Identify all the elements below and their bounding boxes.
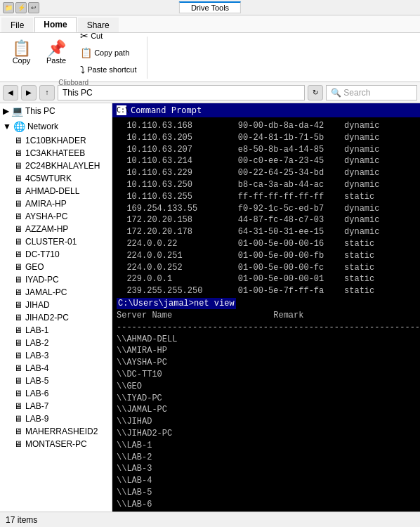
cmd-output-line: \\LAB-7 (117, 511, 416, 512)
network-computer-icon: 🖥 (14, 439, 22, 449)
copy-path-button[interactable]: 📋 Copy path (75, 45, 141, 60)
copy-button[interactable]: 📋 Copy (6, 37, 37, 68)
network-computer-icon: 🖥 (14, 212, 22, 221)
sidebar-item-lab-2[interactable]: 🖥LAB-2 (0, 337, 112, 349)
cmd-output-line: \\JIHAD (117, 416, 416, 428)
paste-button[interactable]: 📌 Paste (40, 37, 72, 68)
sidebar-item-2c24bkhalayleh[interactable]: 🖥2C24BKHALAYLEH (0, 160, 112, 172)
sidebar-item-4c5wturk[interactable]: 🖥4C5WTURK (0, 172, 112, 185)
cmd-line: 10.110.63.205 00-24-81-1b-71-5b dynamic (117, 132, 416, 144)
paste-icon: 📌 (47, 41, 66, 56)
sidebar-item-1c3akhateeb[interactable]: 🖥1C3AKHATEEB (0, 147, 112, 160)
cmd-line: 10.110.63.207 e8-50-8b-a4-14-85 dynamic (117, 144, 416, 156)
network-computer-icon: 🖥 (14, 313, 22, 323)
main-layout: ▶ 💻 This PC ▼ 🌐 Network 🖥1C10BKHADER🖥1C3… (0, 103, 420, 512)
sidebar-item-lab-9[interactable]: 🖥LAB-9 (0, 412, 112, 425)
network-computer-icon: 🖥 (14, 376, 22, 386)
cmd-body[interactable]: 10.110.63.168 90-00-db-8a-da-42 dynamic … (112, 117, 420, 512)
sidebar-item-lab-5[interactable]: 🖥LAB-5 (0, 375, 112, 387)
ribbon: File Home Share 📋 Copy 📌 Paste ✂ (0, 15, 420, 82)
network-computer-icon: 🖥 (14, 161, 22, 171)
network-computer-icon: 🖥 (14, 262, 22, 272)
sidebar-item-1c10bkhader[interactable]: 🖥1C10BKHADER (0, 134, 112, 147)
search-box[interactable]: 🔍 Search (326, 85, 417, 100)
network-computer-icon: 🖥 (14, 249, 22, 259)
this-pc-section[interactable]: ▶ 💻 This PC (0, 103, 112, 119)
sidebar-item-cluster-01[interactable]: 🖥CLUSTER-01 (0, 235, 112, 248)
cmd-output-line: \\IYAD-PC (117, 393, 416, 405)
sidebar-item-amira-hp[interactable]: 🖥AMIRA-HP (0, 197, 112, 210)
network-computer-icon: 🖥 (14, 186, 22, 196)
network-items-list: 🖥1C10BKHADER🖥1C3AKHATEEB🖥2C24BKHALAYLEH🖥… (0, 134, 112, 450)
sidebar-item-geo[interactable]: 🖥GEO (0, 261, 112, 273)
sidebar-item-aysha-pc[interactable]: 🖥AYSHA-PC (0, 210, 112, 223)
paste-shortcut-button[interactable]: ⤵ Paste shortcut (75, 62, 141, 77)
network-computer-icon: 🖥 (14, 300, 22, 310)
status-count: 17 items (6, 515, 37, 525)
network-computer-icon: 🖥 (14, 363, 22, 373)
sidebar-item-jihad2-pc[interactable]: 🖥JIHAD2-PC (0, 311, 112, 324)
sidebar-item-ahmad-dell[interactable]: 🖥AHMAD-DELL (0, 185, 112, 197)
sidebar-item-jamal-pc[interactable]: 🖥JAMAL-PC (0, 286, 112, 299)
ribbon-content: 📋 Copy 📌 Paste ✂ Cut 📋 Copy path (0, 32, 420, 82)
title-bar-icons: 📁 ⚡ ↩ (3, 2, 39, 13)
cmd-output-line: \\LAB-5 (117, 487, 416, 499)
back-button[interactable]: ◀ (3, 85, 18, 100)
cmd-output-line: \\LAB-6 (117, 499, 416, 511)
copy-path-icon: 📋 (80, 47, 92, 58)
drive-tools-tab: Drive Tools (179, 1, 241, 13)
address-field[interactable]: This PC (58, 85, 305, 100)
network-computer-icon: 🖥 (14, 351, 22, 360)
sidebar: ▶ 💻 This PC ▼ 🌐 Network 🖥1C10BKHADER🖥1C3… (0, 103, 112, 512)
network-computer-icon: 🖥 (14, 275, 22, 285)
sidebar-item-dc-t710[interactable]: 🖥DC-T710 (0, 248, 112, 261)
network-section-header[interactable]: ▼ 🌐 Network (0, 119, 112, 134)
up-button[interactable]: ↑ (39, 85, 55, 100)
network-chevron-icon: ▼ (3, 122, 11, 131)
cmd-output-line: \\JAMAL-PC (117, 404, 416, 416)
tb-icon-1[interactable]: 📁 (3, 2, 14, 13)
network-computer-icon: 🖥 (14, 224, 22, 234)
cmd-output-line: \\JIHAD2-PC (117, 428, 416, 440)
tb-icon-3[interactable]: ↩ (28, 2, 39, 13)
cmd-line: 172.20.20.158 44-87-fc-48-c7-03 dynamic (117, 214, 416, 226)
network-computer-icon: 🖥 (14, 325, 22, 335)
cmd-line: 10.110.63.168 90-00-db-8a-da-42 dynamic (117, 120, 416, 132)
cmd-prompt: C:\Users\jamal>net view (117, 299, 416, 308)
cmd-output-line: \\AMIRA-HP (117, 345, 416, 357)
network-computer-icon: 🖥 (14, 401, 22, 411)
sidebar-item-lab-1[interactable]: 🖥LAB-1 (0, 324, 112, 337)
sidebar-item-azzam-hp[interactable]: 🖥AZZAM-HP (0, 223, 112, 235)
sidebar-item-maherrasheid2[interactable]: 🖥MAHERRASHEID2 (0, 425, 112, 438)
clipboard-group: 📋 Copy 📌 Paste ✂ Cut 📋 Copy path (6, 37, 147, 79)
sidebar-item-lab-4[interactable]: 🖥LAB-4 (0, 362, 112, 375)
forward-button[interactable]: ▶ (21, 85, 37, 100)
cmd-line: 172.20.20.178 64-31-50-31-ee-15 dynamic (117, 226, 416, 238)
cmd-line: 224.0.0.252 01-00-5e-00-00-fc static (117, 262, 416, 274)
sidebar-item-lab-7[interactable]: 🖥LAB-7 (0, 400, 112, 412)
address-bar: ◀ ▶ ↑ This PC ↻ 🔍 Search (0, 82, 420, 103)
sidebar-item-montaser-pc[interactable]: 🖥MONTASER-PC (0, 438, 112, 450)
cmd-line: 10.110.63.255 ff-ff-ff-ff-ff-ff static (117, 191, 416, 203)
refresh-button[interactable]: ↻ (308, 85, 323, 100)
cut-button[interactable]: ✂ Cut (75, 28, 141, 44)
clipboard-small-buttons: ✂ Cut 📋 Copy path ⤵ Paste shortcut (75, 28, 141, 77)
network-icon: 🌐 (13, 121, 25, 132)
network-computer-icon: 🖥 (14, 237, 22, 247)
content-area: C:\ Command Prompt 10.110.63.168 90-00-d… (112, 103, 420, 512)
cmd-output-line: \\GEO (117, 381, 416, 393)
cmd-titlebar: C:\ Command Prompt (112, 103, 420, 117)
cmd-line: 229.0.0.1 01-00-5e-00-00-01 static (117, 273, 416, 285)
sidebar-item-lab-6[interactable]: 🖥LAB-6 (0, 387, 112, 400)
cmd-line: 239.255.255.250 01-00-5e-7f-ff-fa static (117, 285, 416, 297)
network-computer-icon: 🖥 (14, 389, 22, 398)
paste-shortcut-icon: ⤵ (80, 64, 85, 75)
tb-icon-2[interactable]: ⚡ (15, 2, 27, 13)
network-computer-icon: 🖥 (14, 427, 22, 436)
sidebar-item-iyad-pc[interactable]: 🖥IYAD-PC (0, 273, 112, 286)
cmd-output-line: \\AHMAD-DELL (117, 334, 416, 346)
sidebar-item-lab-3[interactable]: 🖥LAB-3 (0, 349, 112, 362)
cmd-output-line: \\LAB-3 (117, 463, 416, 475)
cmd-output-line: Server Name Remark (117, 310, 416, 322)
sidebar-item-jihad[interactable]: 🖥JIHAD (0, 299, 112, 311)
